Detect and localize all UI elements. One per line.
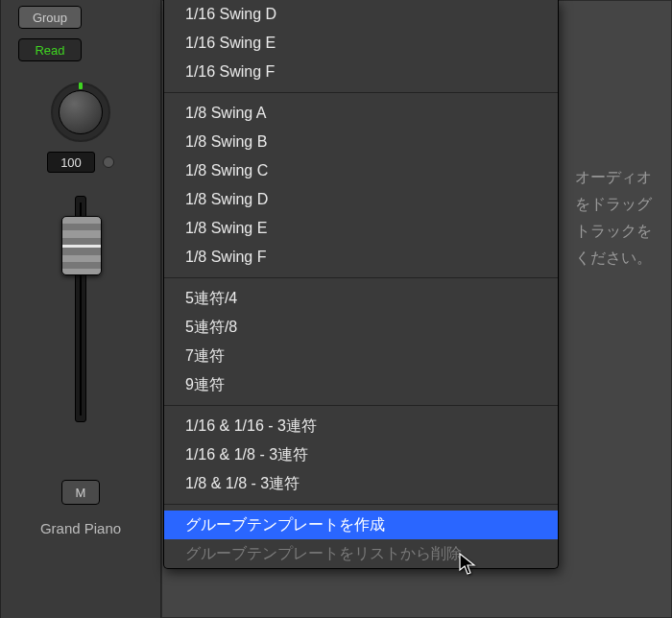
volume-fader-track[interactable] [75, 196, 86, 422]
pan-value-field[interactable]: 100 [47, 152, 95, 173]
menu-section: 1/16 & 1/16 - 3連符 1/16 & 1/8 - 3連符 1/8 &… [164, 412, 558, 498]
menu-divider [164, 504, 558, 505]
menu-item[interactable]: 9連符 [164, 370, 558, 399]
pan-indicator-dot [103, 156, 114, 168]
menu-item[interactable]: 5連符/4 [164, 284, 558, 313]
menu-divider [164, 92, 558, 93]
menu-item[interactable]: 1/8 Swing D [164, 185, 558, 214]
menu-item[interactable]: 1/8 Swing B [164, 128, 558, 156]
menu-item[interactable]: 1/8 Swing C [164, 156, 558, 185]
menu-item[interactable]: 1/16 Swing D [164, 0, 558, 29]
menu-item[interactable]: 1/16 Swing F [164, 58, 558, 86]
menu-item[interactable]: 1/8 Swing F [164, 243, 558, 272]
quantize-menu[interactable]: 1/16 Swing D 1/16 Swing E 1/16 Swing F 1… [163, 0, 559, 569]
menu-section: 1/8 Swing A 1/8 Swing B 1/8 Swing C 1/8 … [164, 99, 558, 272]
menu-item[interactable]: 1/8 & 1/8 - 3連符 [164, 469, 558, 498]
menu-section: 5連符/4 5連符/8 7連符 9連符 [164, 284, 558, 399]
channel-strip: Group Read 100 M Grand Piano [0, 0, 161, 618]
helper-text: オーディオ をドラッグ トラックを ください。 [575, 164, 652, 272]
menu-item[interactable]: 1/16 & 1/8 - 3連符 [164, 440, 558, 469]
menu-item[interactable]: 1/8 Swing E [164, 214, 558, 243]
menu-section: 1/16 Swing D 1/16 Swing E 1/16 Swing F [164, 0, 558, 86]
menu-divider [164, 277, 558, 278]
menu-item-create-template[interactable]: グルーブテンプレートを作成 [164, 511, 558, 539]
automation-read-button[interactable]: Read [18, 38, 82, 61]
menu-item[interactable]: 7連符 [164, 342, 558, 370]
menu-item-delete-template: グルーブテンプレートをリストから削除 [164, 539, 558, 568]
volume-fader-cap[interactable] [61, 216, 102, 275]
track-name-label: Grand Piano [12, 520, 149, 536]
menu-item[interactable]: 1/8 Swing A [164, 99, 558, 128]
group-button[interactable]: Group [18, 6, 82, 29]
menu-divider [164, 405, 558, 406]
menu-item[interactable]: 1/16 & 1/16 - 3連符 [164, 412, 558, 440]
mute-button[interactable]: M [61, 480, 100, 505]
menu-item[interactable]: 1/16 Swing E [164, 29, 558, 58]
menu-item[interactable]: 5連符/8 [164, 313, 558, 342]
pan-knob[interactable] [51, 83, 110, 142]
